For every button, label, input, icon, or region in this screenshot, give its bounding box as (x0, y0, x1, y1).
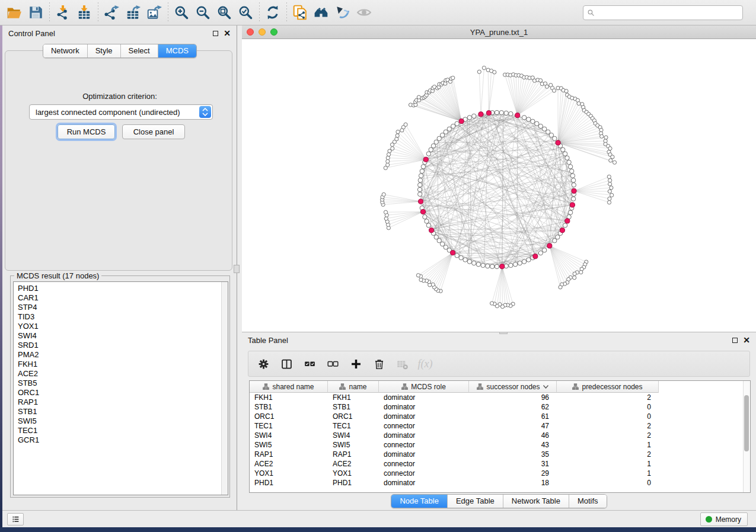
column-header-predecessor-nodes[interactable]: predecessor nodes (557, 381, 659, 393)
mcds-result-item[interactable]: CAR1 (18, 293, 228, 303)
table-row[interactable]: SWI5SWI5connector431 (250, 440, 750, 450)
export-table-button[interactable] (122, 2, 143, 23)
tab-select[interactable]: Select (121, 44, 158, 57)
criterion-dropdown[interactable]: largest connected component (undirected) (29, 104, 213, 120)
table-cell: 1 (557, 469, 659, 478)
mcds-result-item[interactable]: GCR1 (18, 435, 228, 445)
mcds-result-item[interactable]: SWI4 (18, 331, 228, 341)
column-header-successor-nodes[interactable]: successor nodes (469, 381, 557, 393)
mcds-result-item[interactable]: PHD1 (18, 284, 228, 293)
tab-motifs[interactable]: Motifs (569, 495, 607, 508)
table-row[interactable]: SWI4SWI4dominator462 (250, 431, 750, 440)
delete-table-button[interactable] (393, 355, 411, 373)
table-panel-drag-handle[interactable] (499, 332, 508, 334)
table-cell: 2 (557, 450, 659, 459)
add-column-button[interactable] (347, 355, 365, 373)
run-mcds-button[interactable]: Run MCDS (58, 124, 115, 139)
table-cell: connector (379, 469, 469, 478)
table-scrollbar[interactable] (743, 381, 750, 492)
save-session-icon (28, 5, 43, 20)
table-options-button[interactable] (254, 355, 272, 373)
mcds-result-item[interactable]: RAP1 (18, 398, 228, 407)
show-hide-button[interactable] (353, 2, 375, 23)
tab-network-table[interactable]: Network Table (503, 495, 569, 508)
network-canvas[interactable] (242, 39, 756, 332)
mcds-result-item[interactable]: TID3 (18, 312, 228, 322)
tab-style[interactable]: Style (88, 44, 121, 57)
node-table: shared namenameMCDS rolesuccessor nodesp… (249, 380, 751, 493)
mcds-result-item[interactable]: ORC1 (18, 388, 228, 398)
delete-column-button[interactable] (370, 355, 388, 373)
open-session-button[interactable] (4, 2, 25, 23)
tab-mcds[interactable]: MCDS (158, 44, 196, 57)
mcds-result-item[interactable]: SRD1 (18, 341, 228, 350)
export-network-button[interactable] (101, 2, 122, 23)
search-icon (587, 9, 595, 17)
mcds-result-item[interactable]: ACE2 (18, 369, 228, 379)
zoom-selected-button[interactable] (235, 2, 256, 23)
mcds-result-item[interactable]: STP4 (18, 303, 228, 312)
show-columns-button[interactable] (277, 355, 295, 373)
close-table-panel-icon[interactable]: ✕ (743, 338, 750, 343)
zoom-in-button[interactable] (171, 2, 192, 23)
table-cell: dominator (379, 412, 469, 421)
mcds-result-item[interactable]: PMA2 (18, 350, 228, 360)
table-row[interactable]: FKH1FKH1dominator962 (250, 393, 750, 402)
vertical-splitter[interactable] (237, 25, 242, 510)
column-header-shared-name[interactable]: shared name (250, 381, 328, 393)
select-all-rows-button[interactable] (301, 355, 318, 373)
float-table-panel-icon[interactable] (732, 338, 738, 343)
table-row[interactable]: PHD1PHD1dominator180 (250, 478, 750, 488)
panel-menu-button[interactable] (7, 513, 24, 525)
table-row[interactable]: ACE2ACE2connector311 (250, 459, 750, 469)
table-cell: PHD1 (250, 478, 328, 488)
save-session-button[interactable] (25, 2, 46, 23)
attribute-icon (263, 383, 269, 390)
float-panel-icon[interactable] (213, 31, 218, 36)
import-table-button[interactable] (74, 2, 95, 23)
zoom-out-button[interactable] (192, 2, 213, 23)
refresh-layout-button[interactable] (262, 2, 283, 23)
function-builder-button[interactable]: f(x) (416, 355, 434, 373)
column-header-MCDS-role[interactable]: MCDS role (379, 381, 469, 393)
column-header-name[interactable]: name (328, 381, 379, 393)
mcds-result-item[interactable]: YOX1 (18, 322, 228, 331)
find-network-button[interactable] (311, 2, 332, 23)
close-panel-icon[interactable]: ✕ (224, 31, 231, 36)
tab-edge-table[interactable]: Edge Table (448, 495, 503, 508)
deselect-all-rows-button[interactable] (324, 355, 342, 373)
clone-network-button[interactable] (289, 2, 311, 23)
search-box[interactable] (583, 5, 743, 20)
network-window-titlebar[interactable]: YPA_prune.txt_1 (242, 25, 756, 39)
search-input[interactable] (598, 9, 739, 17)
table-row[interactable]: STB1STB1dominator620 (250, 402, 750, 412)
list-icon (11, 515, 20, 523)
mcds-result-item[interactable]: STB5 (18, 379, 228, 388)
close-panel-button[interactable]: Close panel (122, 124, 185, 139)
table-cell: SWI4 (250, 431, 328, 440)
hide-annotations-button[interactable] (332, 2, 353, 23)
table-scrollbar-thumb[interactable] (744, 395, 749, 451)
mcds-result-item[interactable]: SWI5 (18, 416, 228, 426)
criterion-value: largest connected component (undirected) (36, 108, 180, 117)
tab-node-table[interactable]: Node Table (391, 495, 448, 508)
export-image-button[interactable] (143, 2, 165, 23)
dropdown-spinner-icon[interactable] (199, 106, 211, 118)
zoom-selected-icon (238, 5, 253, 20)
tab-network[interactable]: Network (43, 44, 88, 57)
mcds-result-item[interactable]: FKH1 (18, 360, 228, 369)
table-row[interactable]: RAP1RAP1dominator352 (250, 450, 750, 459)
table-row[interactable]: YOX1YOX1connector291 (250, 469, 750, 478)
mcds-list-scrollbar[interactable] (221, 282, 228, 495)
import-network-button[interactable] (52, 2, 74, 23)
mcds-result-title: MCDS result (17 nodes) (14, 271, 101, 280)
mcds-result-item[interactable]: STB1 (18, 407, 228, 416)
zoom-fit-button[interactable] (213, 2, 235, 23)
zoom-in-icon (174, 5, 189, 20)
splitter-handle[interactable] (234, 265, 240, 273)
table-row[interactable]: ORC1ORC1dominator610 (250, 412, 750, 421)
memory-button[interactable]: Memory (700, 512, 748, 526)
mcds-result-list[interactable]: PHD1CAR1STP4TID3YOX1SWI4SRD1PMA2FKH1ACE2… (13, 281, 228, 495)
table-row[interactable]: TEC1TEC1connector472 (250, 421, 750, 431)
mcds-result-item[interactable]: TEC1 (18, 426, 228, 435)
